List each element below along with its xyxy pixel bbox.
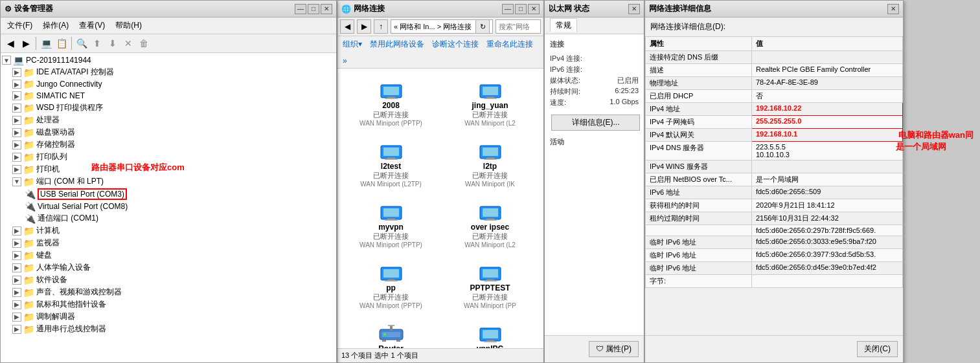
tree-usb-serial[interactable]: 🔌 USB Serial Port (COM3)	[1, 188, 336, 201]
tree-cpu[interactable]: ▶ 📁 处理器	[1, 114, 336, 126]
forward-button[interactable]: ▶	[19, 36, 33, 50]
table-row[interactable]: 连接特定的 DNS 后缀	[646, 51, 903, 64]
simatic-expand[interactable]: ▶	[12, 91, 21, 100]
tree-audio[interactable]: ▶ 📁 声音、视频和游戏控制器	[1, 286, 336, 298]
net-item-vpnipc[interactable]: vpnIPC 已断开连接 WAN Miniport (PP	[442, 317, 538, 348]
tree-modem[interactable]: ▶ 📁 调制解调器	[1, 311, 336, 323]
device-tree[interactable]: ▼ 💻 PC-201911141944 ▶ 📁 IDE ATA/ATAPI 控制…	[1, 53, 336, 362]
table-row[interactable]: 已启用 DHCP否	[646, 90, 903, 103]
rename-btn[interactable]: 重命名此连接	[485, 38, 534, 50]
root-expand[interactable]: ▼	[2, 56, 11, 65]
net-item-overipsec[interactable]: over ipsec 已断开连接 WAN Miniport (L2	[442, 195, 538, 254]
search-input[interactable]	[496, 19, 541, 34]
jungo-expand[interactable]: ▶	[12, 80, 21, 89]
rollback-icon[interactable]: ⬇	[106, 36, 120, 50]
menu-view[interactable]: 查看(V)	[75, 19, 109, 32]
tree-keyboard[interactable]: ▶ 📁 键盘	[1, 249, 336, 261]
status-close-btn[interactable]: ✕	[628, 4, 640, 14]
table-row[interactable]: 字节:	[646, 275, 903, 288]
keyboard-expand[interactable]: ▶	[12, 251, 21, 260]
uninstall-icon[interactable]: 🗑	[137, 36, 151, 50]
tree-port[interactable]: ▼ 📁 端口 (COM 和 LPT)	[1, 175, 336, 188]
menu-action[interactable]: 操作(A)	[39, 19, 73, 32]
organize-btn[interactable]: 组织▾	[341, 38, 363, 50]
table-row[interactable]: fdc5:d60e:2656:0:297b:728f:f9c5:669.	[646, 225, 903, 236]
close-button[interactable]: ✕	[321, 4, 332, 14]
net-item-router[interactable]: Router 已启用 Realtek PCIe GBE Family Contr…	[343, 317, 439, 348]
tree-computer[interactable]: ▶ 📁 计算机	[1, 225, 336, 237]
ide-expand[interactable]: ▶	[12, 68, 21, 77]
tree-usb[interactable]: ▶ 📁 通用串行总线控制器	[1, 323, 336, 335]
net-item-l2test[interactable]: l2test 已断开连接 WAN Miniport (L2TP)	[343, 135, 439, 193]
wsd-expand[interactable]: ▶	[12, 104, 21, 113]
net-minimize-btn[interactable]: —	[502, 4, 514, 14]
usb-expand[interactable]: ▶	[12, 325, 21, 334]
minimize-button[interactable]: —	[295, 4, 306, 14]
maximize-button[interactable]: □	[308, 4, 319, 14]
more-btn[interactable]: »	[341, 56, 348, 66]
forward-nav-btn[interactable]: ▶	[357, 19, 371, 34]
tree-storage[interactable]: ▶ 📁 存储控制器	[1, 138, 336, 151]
tree-ide[interactable]: ▶ 📁 IDE ATA/ATAPI 控制器	[1, 66, 336, 78]
refresh-nav-btn[interactable]: ↻	[475, 19, 490, 34]
table-row[interactable]: 租约过期的时间2156年10月31日 22:44:32	[646, 212, 903, 225]
audio-expand[interactable]: ▶	[12, 288, 21, 297]
tree-disk[interactable]: ▶ 📁 磁盘驱动器	[1, 126, 336, 138]
tree-root[interactable]: ▼ 💻 PC-201911141944	[1, 54, 336, 66]
scan-icon[interactable]: 🔍	[74, 36, 89, 50]
details-button[interactable]: 详细信息(E)...	[551, 115, 640, 131]
table-row[interactable]: 描述Realtek PCIe GBE Family Controller	[646, 64, 903, 77]
back-nav-btn[interactable]: ◀	[340, 19, 354, 34]
net-item-pptptest[interactable]: PPTPTEST 已断开连接 WAN Miniport (PP	[442, 256, 538, 314]
tree-mouse[interactable]: ▶ 📁 鼠标和其他指针设备	[1, 298, 336, 311]
monitor-expand[interactable]: ▶	[12, 239, 21, 248]
net-item-pp[interactable]: pp 已断开连接 WAN Miniport (PPTP)	[343, 256, 439, 314]
printq-expand[interactable]: ▶	[12, 153, 21, 162]
details-close-btn[interactable]: ✕	[887, 4, 899, 14]
table-row[interactable]: IPv4 地址192.168.10.22	[646, 103, 903, 116]
tree-monitor[interactable]: ▶ 📁 监视器	[1, 237, 336, 249]
table-row[interactable]: IPv4 默认网关192.168.10.1	[646, 129, 903, 142]
properties-icon[interactable]: 📋	[54, 36, 69, 50]
general-tab[interactable]: 常规	[550, 18, 577, 32]
up-nav-btn[interactable]: ↑	[374, 19, 388, 34]
modem-expand[interactable]: ▶	[12, 313, 21, 322]
table-row[interactable]: 物理地址78-24-AF-8E-3E-89	[646, 77, 903, 90]
tree-software[interactable]: ▶ 📁 软件设备	[1, 274, 336, 286]
back-button[interactable]: ◀	[3, 36, 17, 50]
net-item-2008[interactable]: 2008 已断开连接 WAN Miniport (PPTP)	[343, 74, 439, 132]
table-row[interactable]: 临时 IPv6 地址fdc5:d60e:2656:0:3977:93cd:5d5…	[646, 249, 903, 262]
tree-wsd[interactable]: ▶ 📁 WSD 打印提供程序	[1, 102, 336, 114]
net-item-l2tp[interactable]: l2tp 已断开连接 WAN Miniport (IK	[442, 135, 538, 193]
details-scroll-area[interactable]: 属性 值 连接特定的 DNS 后缀描述Realtek PCIe GBE Fami…	[645, 36, 903, 335]
hid-expand[interactable]: ▶	[12, 263, 21, 272]
table-row[interactable]: IPv4 WINS 服务器	[646, 160, 903, 173]
table-row[interactable]: 临时 IPv6 地址fdc5:d60e:2656:0:3033:e9e5:9ba…	[646, 236, 903, 249]
cpu-expand[interactable]: ▶	[12, 116, 21, 125]
port-expand[interactable]: ▼	[12, 177, 21, 186]
tree-simatic[interactable]: ▶ 📁 SIMATIC NET	[1, 90, 336, 102]
table-row[interactable]: IPv4 DNS 服务器223.5.5.5 10.10.10.3	[646, 142, 903, 160]
net-item-jingyuan[interactable]: jing_yuan 已断开连接 WAN Miniport (L2	[442, 74, 538, 132]
net-maximize-btn[interactable]: □	[515, 4, 527, 14]
menu-file[interactable]: 文件(F)	[3, 19, 36, 32]
details-close-button[interactable]: 关闭(C)	[857, 341, 898, 357]
net-close-btn[interactable]: ✕	[528, 4, 540, 14]
tree-jungo[interactable]: ▶ 📁 Jungo Connectivity	[1, 78, 336, 90]
properties-button[interactable]: 🛡 属性(P)	[589, 341, 639, 357]
computer-icon[interactable]: 💻	[39, 36, 53, 50]
tree-virtual-serial[interactable]: 🔌 Virtual Serial Port (COM8)	[1, 201, 336, 212]
menu-help[interactable]: 帮助(H)	[111, 19, 146, 32]
address-bar[interactable]: « 网络和 In... > 网络连接 ↻	[391, 19, 493, 34]
disable-icon[interactable]: ✕	[121, 36, 135, 50]
printer-expand[interactable]: ▶	[12, 165, 21, 174]
connections-grid-container[interactable]: 2008 已断开连接 WAN Miniport (PPTP) jing_yuan	[337, 69, 543, 348]
mouse-expand[interactable]: ▶	[12, 300, 21, 309]
tree-printer[interactable]: ▶ 📁 打印机 路由器串口设备对应com	[1, 163, 336, 175]
disk-expand[interactable]: ▶	[12, 128, 21, 137]
table-row[interactable]: 获得租约的时间2020年9月21日 18:41:12	[646, 199, 903, 212]
computer-expand[interactable]: ▶	[12, 226, 21, 236]
table-row[interactable]: IPv4 子网掩码255.255.255.0	[646, 116, 903, 129]
software-expand[interactable]: ▶	[12, 276, 21, 285]
table-row[interactable]: 临时 IPv6 地址fdc5:d60e:2656:0:d45e:39e0:b7e…	[646, 262, 903, 275]
